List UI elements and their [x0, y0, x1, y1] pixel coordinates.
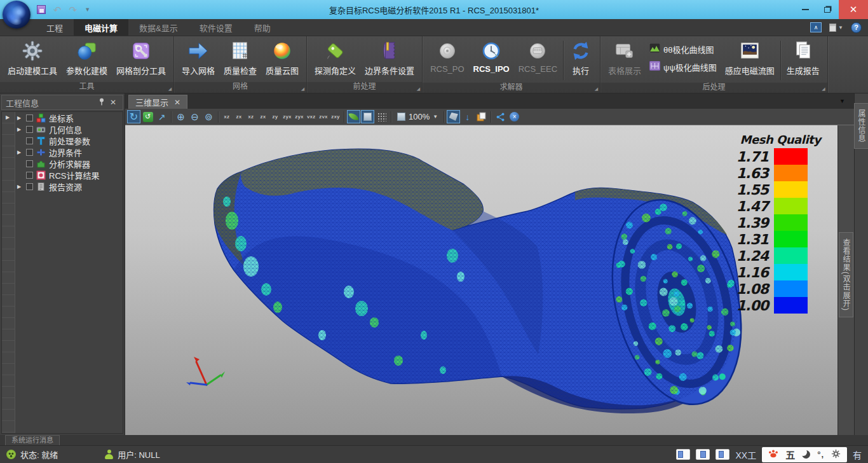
share-flow-button[interactable]: [494, 110, 507, 123]
tab-software-settings[interactable]: 软件设置: [189, 19, 243, 36]
view-results-vertical-tab[interactable]: 查看结果(双击展开): [839, 232, 853, 317]
mesh-tool-button[interactable]: 网格剖分工具: [112, 38, 170, 77]
expander-icon[interactable]: ▶: [17, 184, 26, 190]
checkbox[interactable]: [26, 172, 33, 179]
close-button[interactable]: ✕: [839, 0, 868, 19]
rcs-ipo-button[interactable]: RCS_IPO: [469, 38, 514, 74]
viewport-3d[interactable]: Mesh Quality 1.71 1.63 1.55 1.47 1.39 1.…: [125, 125, 837, 435]
rotate-view-button[interactable]: ↻: [127, 110, 140, 123]
checkbox[interactable]: [26, 160, 33, 167]
axis-view-button[interactable]: zxy: [330, 110, 341, 123]
tree-item-preprocess-params[interactable]: 前处理参数: [17, 135, 123, 146]
pin-icon[interactable]: [96, 98, 107, 107]
expander-icon[interactable]: ▶: [17, 127, 26, 132]
zoom-in-button[interactable]: ⊕: [174, 110, 187, 123]
dialog-launcher-icon[interactable]: ◢: [822, 86, 825, 91]
ime-wubi-toggle[interactable]: 五: [785, 448, 795, 461]
undo-icon[interactable]: ↶: [53, 5, 62, 15]
rcs-po-button[interactable]: RCS_PO: [426, 38, 468, 74]
shaded-view-button[interactable]: [347, 110, 360, 123]
quality-check-button[interactable]: 质量检查: [219, 38, 261, 77]
axis-view-button[interactable]: zyx: [294, 110, 305, 123]
execute-button[interactable]: 执行: [565, 38, 597, 77]
checkbox[interactable]: [26, 149, 33, 156]
ime-punct-toggle[interactable]: °,: [817, 450, 824, 459]
tree-item-analysis-solver[interactable]: 分析求解器: [17, 158, 123, 169]
axis-view-button[interactable]: xz: [221, 110, 233, 123]
dialog-launcher-icon[interactable]: ◢: [417, 86, 420, 91]
rcs-eec-button[interactable]: RCS_EEC: [514, 38, 562, 74]
layers-button[interactable]: [475, 110, 488, 123]
axis-view-button[interactable]: zvx: [318, 110, 329, 123]
axis-view-button[interactable]: zx: [233, 110, 245, 123]
param-modeling-button[interactable]: 参数化建模: [62, 38, 112, 77]
axis-view-button[interactable]: zx: [257, 110, 269, 123]
start-modeling-button[interactable]: 启动建模工具: [3, 38, 62, 77]
checkbox[interactable]: [26, 137, 33, 144]
system-messages-tab[interactable]: 系统运行消息: [5, 435, 60, 445]
tab-data-display[interactable]: 数据&显示: [128, 19, 189, 36]
expander-icon[interactable]: ▶: [17, 149, 26, 155]
zoom-fit-button[interactable]: ⊚: [202, 110, 215, 123]
close-tab-icon[interactable]: ✕: [174, 98, 180, 107]
pan-view-button[interactable]: ↗: [155, 110, 168, 123]
points-view-button[interactable]: [375, 110, 388, 123]
ime-settings-gear-icon[interactable]: [831, 449, 841, 460]
em-current-map-button[interactable]: 感应电磁流图: [721, 38, 779, 77]
close-panel-icon[interactable]: ✕: [107, 98, 119, 107]
table-show-button[interactable]: 表格展示: [604, 38, 646, 77]
tab-3d-display[interactable]: 三维显示 ✕: [128, 95, 187, 109]
minimize-button[interactable]: [794, 0, 816, 19]
zoom-level-select[interactable]: 100% ▼: [394, 112, 441, 121]
boundary-setting-button[interactable]: 边界条件设置: [360, 38, 419, 77]
axis-view-button[interactable]: vxz: [306, 110, 317, 123]
expander-icon[interactable]: ▶: [17, 115, 26, 121]
layout-right-button[interactable]: [715, 449, 729, 460]
section-view-button[interactable]: [447, 110, 460, 123]
tree-item-geometry-info[interactable]: ▶ 几何信息: [17, 123, 123, 135]
dialog-launcher-icon[interactable]: ◢: [595, 86, 598, 91]
generate-report-button[interactable]: 生成报告: [782, 38, 824, 77]
collapse-ribbon-icon[interactable]: ∧: [810, 22, 822, 32]
dialog-launcher-icon[interactable]: ◢: [168, 86, 172, 91]
dialog-launcher-icon[interactable]: ◢: [301, 86, 304, 91]
gear-icon: [21, 39, 44, 63]
axis-view-button[interactable]: zy: [269, 110, 281, 123]
checkbox[interactable]: [26, 183, 33, 190]
tree-item-report-resources[interactable]: ▶ 报告资源: [17, 181, 123, 192]
save-icon[interactable]: [37, 5, 46, 14]
tab-project[interactable]: 工程: [36, 19, 74, 36]
surface-view-button[interactable]: [361, 110, 374, 123]
maximize-button[interactable]: [816, 0, 839, 19]
ime-moon-icon[interactable]: [802, 450, 810, 459]
cancel-button[interactable]: ×: [508, 110, 521, 123]
app-logo-icon[interactable]: [3, 1, 31, 29]
checkbox[interactable]: [26, 126, 33, 133]
tab-help[interactable]: 帮助: [243, 19, 281, 36]
psi-curve-button[interactable]: ψψ极化曲线图: [649, 61, 717, 73]
ime-paw-icon[interactable]: [768, 448, 778, 460]
tree-item-rcs-results[interactable]: RCS计算结果: [17, 169, 123, 181]
axis-view-button[interactable]: xz: [245, 110, 257, 123]
redo-icon[interactable]: ↷: [69, 5, 78, 15]
zoom-out-button[interactable]: ⊖: [188, 110, 201, 123]
spin-view-button[interactable]: ↺: [141, 110, 154, 123]
checkbox[interactable]: [26, 114, 33, 121]
window-style-icon[interactable]: ▼: [829, 24, 843, 32]
tree-item-coordinate-system[interactable]: ▶ 坐标系: [17, 112, 123, 123]
help-icon[interactable]: ?: [851, 22, 862, 33]
import-mesh-button[interactable]: 导入网格: [177, 38, 219, 77]
tab-list-dropdown-icon[interactable]: ▼: [839, 98, 845, 104]
layout-left-button[interactable]: [676, 449, 690, 460]
arrow-down-button[interactable]: ↓: [461, 110, 474, 123]
property-info-vertical-tab[interactable]: 属性信息: [854, 103, 868, 149]
tree-item-boundary-conditions[interactable]: ▶ 边界条件: [17, 146, 123, 158]
probe-angle-button[interactable]: 探测角定义: [310, 38, 360, 77]
quick-access-dropdown-icon[interactable]: ▼: [85, 6, 90, 13]
row-selector-icon[interactable]: ▶: [6, 114, 10, 120]
quality-cloud-button[interactable]: 质量云图: [261, 38, 303, 77]
theta-curve-button[interactable]: θθ极化曲线图: [649, 43, 717, 55]
layout-middle-button[interactable]: [696, 449, 710, 460]
axis-view-button[interactable]: zyx: [281, 110, 293, 123]
tab-em-compute[interactable]: 电磁计算: [74, 19, 128, 36]
